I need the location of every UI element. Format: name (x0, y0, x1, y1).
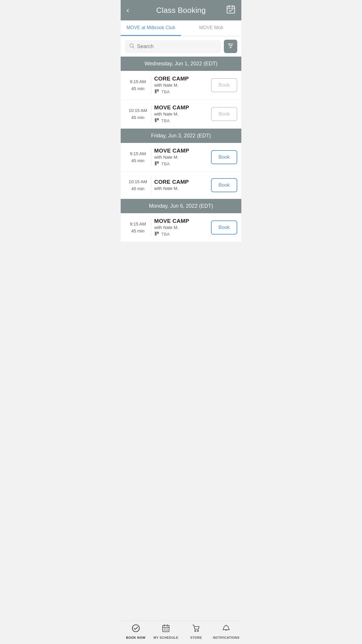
svg-line-5 (133, 47, 134, 48)
svg-point-9 (229, 43, 230, 45)
calendar-check-icon[interactable] (225, 5, 236, 16)
tab-mobile[interactable]: MOVE Mob (181, 20, 241, 36)
svg-point-10 (231, 45, 232, 46)
book-button[interactable]: Book (211, 150, 237, 164)
table-row: 9:15 AM 45 min MOVE CAMP with Nate M. TB… (121, 213, 241, 242)
back-button[interactable]: ‹ (126, 6, 137, 15)
table-row: 9:15 AM 45 min CORE CAMP with Nate M. TB… (121, 71, 241, 100)
page-title: Class Booking (156, 6, 206, 15)
svg-rect-12 (155, 89, 157, 93)
date-header-mon: Monday, Jun 6, 2022 (EDT) (121, 199, 241, 213)
schedule-list: Wednesday, Jun 1, 2022 (EDT) 9:15 AM 45 … (121, 57, 241, 242)
table-row: 10:15 AM 45 min MOVE CAMP with Nate M. T… (121, 100, 241, 129)
location-icon (154, 118, 159, 124)
filter-button[interactable] (224, 40, 237, 53)
class-info: MOVE CAMP with Nate M. TBA (151, 104, 211, 124)
date-header-wed: Wednesday, Jun 1, 2022 (EDT) (121, 57, 241, 71)
svg-rect-18 (155, 232, 157, 236)
search-icon (129, 43, 135, 50)
date-header-fri: Friday, Jun 3, 2022 (EDT) (121, 129, 241, 143)
svg-rect-15 (157, 118, 159, 120)
location-icon (154, 89, 159, 95)
class-time: 9:15 AM 45 min (125, 150, 151, 164)
svg-rect-0 (227, 6, 235, 13)
class-info: MOVE CAMP with Nate M. TBA (151, 148, 211, 167)
book-button[interactable]: Book (211, 220, 237, 235)
book-button[interactable]: Book (211, 78, 237, 92)
location-text: TBA (161, 161, 170, 166)
svg-rect-14 (155, 118, 157, 122)
svg-rect-16 (155, 161, 157, 165)
tab-bar: MOVE at Milbrook Club MOVE Mob (121, 20, 241, 36)
location-text: TBA (161, 118, 170, 123)
class-time: 9:15 AM 45 min (125, 220, 151, 235)
location-text: TBA (161, 232, 170, 237)
class-time: 9:15 AM 45 min (125, 78, 151, 92)
table-row: 9:15 AM 45 min MOVE CAMP with Nate M. TB… (121, 143, 241, 172)
tab-milbrook[interactable]: MOVE at Milbrook Club (121, 20, 181, 36)
svg-rect-13 (157, 89, 159, 92)
table-row: 10:15 AM 45 min CORE CAMP with Nate M. B… (121, 172, 241, 199)
class-info: CORE CAMP with Nate M. (151, 179, 211, 192)
book-button[interactable]: Book (211, 178, 237, 192)
svg-rect-19 (157, 232, 159, 234)
search-bar (121, 36, 241, 57)
location-icon (154, 161, 159, 167)
book-button[interactable]: Book (211, 107, 237, 121)
location-icon (154, 231, 159, 237)
location-text: TBA (161, 89, 170, 94)
class-time: 10:15 AM 45 min (125, 178, 151, 192)
class-info: MOVE CAMP with Nate M. TBA (151, 218, 211, 237)
class-info: CORE CAMP with Nate M. TBA (151, 76, 211, 95)
search-input-wrapper (125, 40, 221, 53)
class-time: 10:15 AM 45 min (125, 107, 151, 121)
app-header: ‹ Class Booking (121, 0, 241, 20)
search-input[interactable] (137, 43, 217, 50)
filter-icon (227, 42, 234, 51)
svg-rect-17 (157, 161, 159, 164)
svg-point-11 (230, 47, 231, 48)
